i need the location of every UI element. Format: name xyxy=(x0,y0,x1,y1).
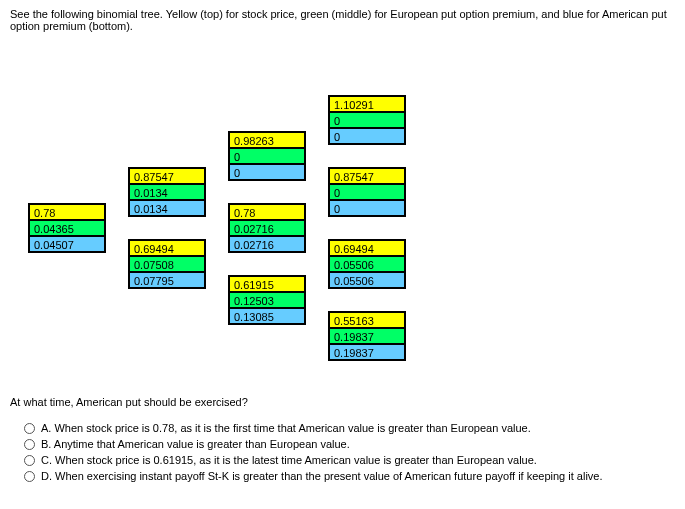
am-put-premium: 0.07795 xyxy=(129,272,205,288)
option-label: D. When exercising instant payoff St-K i… xyxy=(41,470,603,482)
eu-put-premium: 0.0134 xyxy=(129,184,205,200)
option-c[interactable]: C. When stock price is 0.61915, as it is… xyxy=(24,454,675,466)
options-group: A. When stock price is 0.78, as it is th… xyxy=(0,422,685,496)
option-label: A. When stock price is 0.78, as it is th… xyxy=(41,422,531,434)
stock-price: 0.61915 xyxy=(229,276,305,292)
option-b[interactable]: B. Anytime that American value is greate… xyxy=(24,438,675,450)
node-t3-uuu: 1.10291 0 0 xyxy=(328,95,406,145)
eu-put-premium: 0.05506 xyxy=(329,256,405,272)
option-label: B. Anytime that American value is greate… xyxy=(41,438,350,450)
option-a[interactable]: A. When stock price is 0.78, as it is th… xyxy=(24,422,675,434)
eu-put-premium: 0.04365 xyxy=(29,220,105,236)
radio-icon xyxy=(24,471,35,482)
am-put-premium: 0.02716 xyxy=(229,236,305,252)
node-t0-root: 0.78 0.04365 0.04507 xyxy=(28,203,106,253)
eu-put-premium: 0 xyxy=(329,112,405,128)
stock-price: 0.87547 xyxy=(329,168,405,184)
am-put-premium: 0 xyxy=(329,200,405,216)
am-put-premium: 0.04507 xyxy=(29,236,105,252)
eu-put-premium: 0.19837 xyxy=(329,328,405,344)
radio-icon xyxy=(24,423,35,434)
option-label: C. When stock price is 0.61915, as it is… xyxy=(41,454,537,466)
node-t3-uud: 0.87547 0 0 xyxy=(328,167,406,217)
stock-price: 0.69494 xyxy=(129,240,205,256)
am-put-premium: 0.0134 xyxy=(129,200,205,216)
am-put-premium: 0.13085 xyxy=(229,308,305,324)
question-text: At what time, American put should be exe… xyxy=(0,390,685,418)
node-t2-ud: 0.78 0.02716 0.02716 xyxy=(228,203,306,253)
node-t2-uu: 0.98263 0 0 xyxy=(228,131,306,181)
node-t3-ddd: 0.55163 0.19837 0.19837 xyxy=(328,311,406,361)
binomial-tree: 0.78 0.04365 0.04507 0.87547 0.0134 0.01… xyxy=(0,40,685,390)
stock-price: 1.10291 xyxy=(329,96,405,112)
eu-put-premium: 0.02716 xyxy=(229,220,305,236)
radio-icon xyxy=(24,439,35,450)
node-t2-dd: 0.61915 0.12503 0.13085 xyxy=(228,275,306,325)
stock-price: 0.69494 xyxy=(329,240,405,256)
stock-price: 0.55163 xyxy=(329,312,405,328)
stock-price: 0.87547 xyxy=(129,168,205,184)
stock-price: 0.78 xyxy=(29,204,105,220)
am-put-premium: 0.05506 xyxy=(329,272,405,288)
stock-price: 0.98263 xyxy=(229,132,305,148)
eu-put-premium: 0.12503 xyxy=(229,292,305,308)
radio-icon xyxy=(24,455,35,466)
eu-put-premium: 0.07508 xyxy=(129,256,205,272)
am-put-premium: 0 xyxy=(229,164,305,180)
am-put-premium: 0.19837 xyxy=(329,344,405,360)
eu-put-premium: 0 xyxy=(229,148,305,164)
node-t3-udd: 0.69494 0.05506 0.05506 xyxy=(328,239,406,289)
stock-price: 0.78 xyxy=(229,204,305,220)
option-d[interactable]: D. When exercising instant payoff St-K i… xyxy=(24,470,675,482)
instruction-text: See the following binomial tree. Yellow … xyxy=(0,0,685,40)
node-t1-dn: 0.69494 0.07508 0.07795 xyxy=(128,239,206,289)
eu-put-premium: 0 xyxy=(329,184,405,200)
node-t1-up: 0.87547 0.0134 0.0134 xyxy=(128,167,206,217)
am-put-premium: 0 xyxy=(329,128,405,144)
